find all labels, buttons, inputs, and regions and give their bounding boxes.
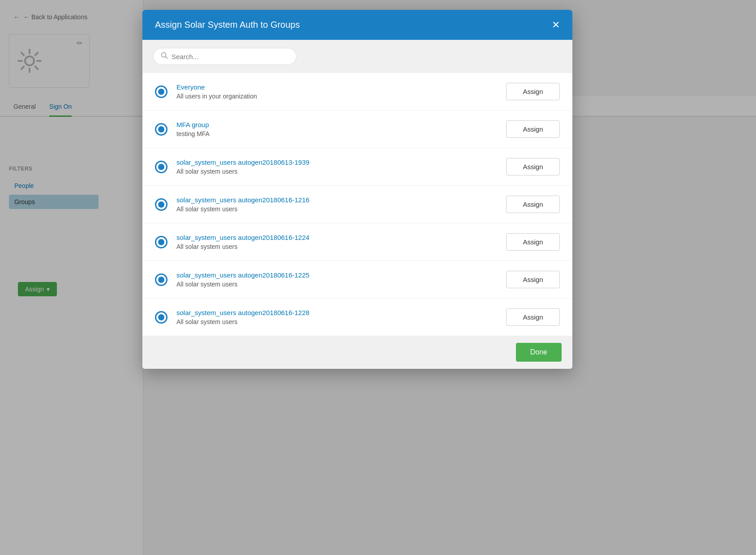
- radio-inner: [158, 164, 164, 170]
- radio-circle[interactable]: [155, 273, 168, 286]
- radio-inner: [158, 126, 164, 132]
- assign-group-button[interactable]: Assign: [506, 271, 560, 288]
- assign-group-button[interactable]: Assign: [506, 83, 560, 100]
- radio-inner: [158, 201, 164, 208]
- group-description: All solar system users: [176, 318, 497, 325]
- group-description: All solar system users: [176, 243, 497, 250]
- radio-circle[interactable]: [155, 236, 168, 248]
- radio-circle[interactable]: [155, 85, 168, 98]
- group-name: MFA group: [176, 121, 497, 128]
- radio-circle[interactable]: [155, 123, 168, 136]
- group-description: testing MFA: [176, 130, 497, 137]
- group-name: solar_system_users autogen20180616-1224: [176, 234, 497, 241]
- assign-group-button[interactable]: Assign: [506, 196, 560, 213]
- group-info: solar_system_users autogen20180616-1228 …: [176, 309, 497, 325]
- group-info: MFA group testing MFA: [176, 121, 497, 137]
- group-info: solar_system_users autogen20180613-1939 …: [176, 158, 497, 175]
- group-row: MFA group testing MFA Assign: [142, 111, 572, 148]
- assign-group-button[interactable]: Assign: [506, 233, 560, 251]
- modal-body: Everyone All users in your organization …: [142, 73, 572, 336]
- group-description: All solar system users: [176, 168, 497, 175]
- assign-groups-modal: Assign Solar System Auth to Groups ✕ Eve…: [142, 10, 572, 369]
- search-icon: [161, 52, 168, 61]
- radio-inner: [158, 89, 164, 95]
- group-name: solar_system_users autogen20180613-1939: [176, 158, 497, 166]
- radio-circle[interactable]: [155, 161, 168, 173]
- group-row: Everyone All users in your organization …: [142, 73, 572, 111]
- group-description: All solar system users: [176, 205, 497, 213]
- assign-group-button[interactable]: Assign: [506, 120, 560, 138]
- group-name: solar_system_users autogen20180616-1225: [176, 271, 497, 279]
- done-button[interactable]: Done: [516, 343, 562, 362]
- group-row: solar_system_users autogen20180616-1224 …: [142, 223, 572, 261]
- search-input[interactable]: [172, 53, 289, 60]
- radio-inner: [158, 314, 164, 320]
- group-name: solar_system_users autogen20180616-1216: [176, 196, 497, 204]
- group-info: solar_system_users autogen20180616-1225 …: [176, 271, 497, 288]
- assign-group-button[interactable]: Assign: [506, 158, 560, 175]
- modal-search-bar: [142, 40, 572, 73]
- group-info: solar_system_users autogen20180616-1224 …: [176, 234, 497, 250]
- group-info: Everyone All users in your organization: [176, 83, 497, 100]
- group-description: All users in your organization: [176, 93, 497, 100]
- modal-header: Assign Solar System Auth to Groups ✕: [142, 10, 572, 40]
- radio-inner: [158, 277, 164, 283]
- modal-footer: Done: [142, 336, 572, 369]
- group-name: Everyone: [176, 83, 497, 91]
- group-info: solar_system_users autogen20180616-1216 …: [176, 196, 497, 213]
- search-input-wrap: [153, 48, 296, 65]
- svg-line-2: [166, 57, 168, 59]
- modal-close-button[interactable]: ✕: [552, 20, 560, 30]
- group-row: solar_system_users autogen20180616-1228 …: [142, 299, 572, 336]
- group-description: All solar system users: [176, 281, 497, 288]
- assign-group-button[interactable]: Assign: [506, 308, 560, 326]
- group-row: solar_system_users autogen20180613-1939 …: [142, 148, 572, 186]
- modal-title: Assign Solar System Auth to Groups: [155, 20, 300, 30]
- radio-inner: [158, 239, 164, 245]
- group-name: solar_system_users autogen20180616-1228: [176, 309, 497, 316]
- radio-circle[interactable]: [155, 198, 168, 211]
- group-row: solar_system_users autogen20180616-1216 …: [142, 186, 572, 223]
- radio-circle[interactable]: [155, 311, 168, 324]
- group-row: solar_system_users autogen20180616-1225 …: [142, 261, 572, 299]
